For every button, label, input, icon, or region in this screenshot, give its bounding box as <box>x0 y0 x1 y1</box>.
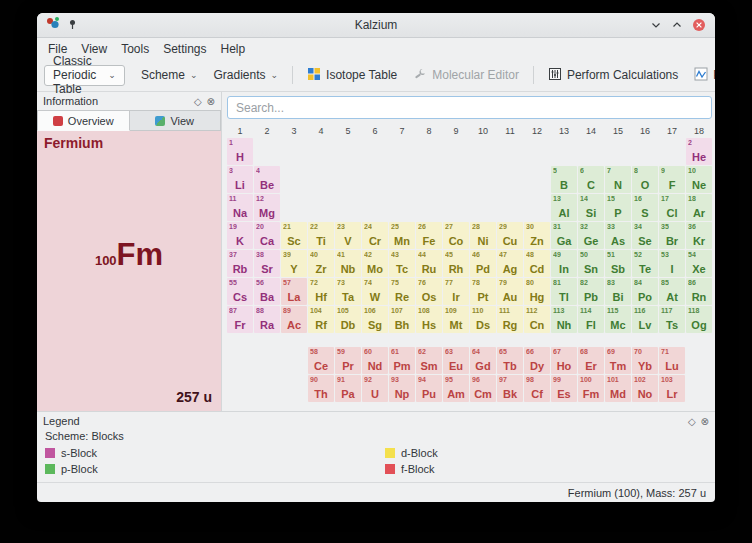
element-cell-sr[interactable]: 38Sr <box>254 250 280 277</box>
element-cell-lr[interactable]: 103Lr <box>659 375 685 402</box>
element-cell-zr[interactable]: 40Zr <box>308 250 334 277</box>
element-cell-ti[interactable]: 22Ti <box>308 222 334 249</box>
element-cell-te[interactable]: 52Te <box>632 250 658 277</box>
element-cell-mg[interactable]: 12Mg <box>254 194 280 221</box>
element-cell-zn[interactable]: 30Zn <box>524 222 550 249</box>
element-cell-pr[interactable]: 59Pr <box>335 347 361 374</box>
isotope-table-button[interactable]: Isotope Table <box>300 64 404 87</box>
element-cell-tm[interactable]: 69Tm <box>605 347 631 374</box>
element-cell-sn[interactable]: 50Sn <box>578 250 604 277</box>
search-input[interactable] <box>227 96 712 119</box>
element-cell-ar[interactable]: 18Ar <box>686 194 712 221</box>
information-panel-header[interactable]: Information ◇ ⊗ <box>37 92 221 110</box>
element-cell-no[interactable]: 102No <box>632 375 658 402</box>
menu-settings[interactable]: Settings <box>156 40 213 58</box>
close-button[interactable] <box>692 18 706 32</box>
element-cell-b[interactable]: 5B <box>551 166 577 193</box>
titlebar[interactable]: Kalzium <box>37 13 715 38</box>
element-cell-p[interactable]: 15P <box>605 194 631 221</box>
element-cell-hf[interactable]: 72Hf <box>308 278 334 305</box>
element-cell-ba[interactable]: 56Ba <box>254 278 280 305</box>
element-cell-fr[interactable]: 87Fr <box>227 306 253 333</box>
element-cell-al[interactable]: 13Al <box>551 194 577 221</box>
element-cell-as[interactable]: 33As <box>605 222 631 249</box>
element-cell-kr[interactable]: 36Kr <box>686 222 712 249</box>
table-type-select[interactable]: Classic Periodic Table ⌄ <box>44 65 125 86</box>
scheme-button[interactable]: Scheme ⌄ <box>134 65 205 85</box>
element-cell-er[interactable]: 68Er <box>578 347 604 374</box>
element-cell-pt[interactable]: 78Pt <box>470 278 496 305</box>
element-cell-cs[interactable]: 55Cs <box>227 278 253 305</box>
element-cell-ag[interactable]: 47Ag <box>497 250 523 277</box>
element-cell-fl[interactable]: 114Fl <box>578 306 604 333</box>
element-cell-ca[interactable]: 20Ca <box>254 222 280 249</box>
element-cell-yb[interactable]: 70Yb <box>632 347 658 374</box>
element-cell-tl[interactable]: 81Tl <box>551 278 577 305</box>
element-cell-sm[interactable]: 62Sm <box>416 347 442 374</box>
tab-view[interactable]: View <box>130 110 222 131</box>
element-cell-fm[interactable]: 100Fm <box>578 375 604 402</box>
element-cell-nd[interactable]: 60Nd <box>362 347 388 374</box>
element-cell-sb[interactable]: 51Sb <box>605 250 631 277</box>
close-panel-icon[interactable]: ⊗ <box>207 96 215 107</box>
element-cell-gd[interactable]: 64Gd <box>470 347 496 374</box>
tab-overview[interactable]: Overview <box>37 110 130 131</box>
element-cell-pa[interactable]: 91Pa <box>335 375 361 402</box>
element-cell-c[interactable]: 6C <box>578 166 604 193</box>
element-cell-at[interactable]: 85At <box>659 278 685 305</box>
element-cell-ne[interactable]: 10Ne <box>686 166 712 193</box>
element-cell-pm[interactable]: 61Pm <box>389 347 415 374</box>
element-cell-fe[interactable]: 26Fe <box>416 222 442 249</box>
element-cell-rn[interactable]: 86Rn <box>686 278 712 305</box>
element-cell-w[interactable]: 74W <box>362 278 388 305</box>
element-cell-th[interactable]: 90Th <box>308 375 334 402</box>
element-cell-be[interactable]: 4Be <box>254 166 280 193</box>
element-cell-tc[interactable]: 43Tc <box>389 250 415 277</box>
element-cell-cu[interactable]: 29Cu <box>497 222 523 249</box>
element-overview[interactable]: Fermium 100Fm 257 u <box>37 131 221 411</box>
element-cell-hs[interactable]: 108Hs <box>416 306 442 333</box>
close-panel-icon[interactable]: ⊗ <box>701 416 709 427</box>
element-cell-cd[interactable]: 48Cd <box>524 250 550 277</box>
element-cell-ni[interactable]: 28Ni <box>470 222 496 249</box>
element-cell-mo[interactable]: 42Mo <box>362 250 388 277</box>
element-cell-am[interactable]: 95Am <box>443 375 469 402</box>
element-cell-y[interactable]: 39Y <box>281 250 307 277</box>
element-cell-dy[interactable]: 66Dy <box>524 347 550 374</box>
element-cell-lu[interactable]: 71Lu <box>659 347 685 374</box>
element-cell-pd[interactable]: 46Pd <box>470 250 496 277</box>
element-cell-cl[interactable]: 17Cl <box>659 194 685 221</box>
element-cell-eu[interactable]: 63Eu <box>443 347 469 374</box>
element-cell-sc[interactable]: 21Sc <box>281 222 307 249</box>
element-cell-v[interactable]: 23V <box>335 222 361 249</box>
element-cell-md[interactable]: 101Md <box>605 375 631 402</box>
element-cell-og[interactable]: 118Og <box>686 306 712 333</box>
element-cell-pu[interactable]: 94Pu <box>416 375 442 402</box>
element-cell-o[interactable]: 8O <box>632 166 658 193</box>
element-cell-ho[interactable]: 67Ho <box>551 347 577 374</box>
element-cell-db[interactable]: 105Db <box>335 306 361 333</box>
element-cell-rg[interactable]: 111Rg <box>497 306 523 333</box>
element-cell-re[interactable]: 75Re <box>389 278 415 305</box>
element-cell-tb[interactable]: 65Tb <box>497 347 523 374</box>
element-cell-rh[interactable]: 45Rh <box>443 250 469 277</box>
menu-help[interactable]: Help <box>214 40 253 58</box>
element-cell-ac[interactable]: 89Ac <box>281 306 307 333</box>
element-cell-ds[interactable]: 110Ds <box>470 306 496 333</box>
element-cell-rb[interactable]: 37Rb <box>227 250 253 277</box>
element-cell-au[interactable]: 79Au <box>497 278 523 305</box>
element-cell-os[interactable]: 76Os <box>416 278 442 305</box>
element-cell-cr[interactable]: 24Cr <box>362 222 388 249</box>
element-cell-ga[interactable]: 31Ga <box>551 222 577 249</box>
element-cell-bk[interactable]: 97Bk <box>497 375 523 402</box>
element-cell-he[interactable]: 2He <box>686 138 712 165</box>
element-cell-ru[interactable]: 44Ru <box>416 250 442 277</box>
element-cell-rf[interactable]: 104Rf <box>308 306 334 333</box>
element-cell-ce[interactable]: 58Ce <box>308 347 334 374</box>
element-cell-nh[interactable]: 113Nh <box>551 306 577 333</box>
perform-calculations-button[interactable]: Perform Calculations <box>541 64 685 87</box>
element-cell-lv[interactable]: 116Lv <box>632 306 658 333</box>
gradients-button[interactable]: Gradients ⌄ <box>206 65 285 85</box>
pin-icon[interactable] <box>67 16 78 34</box>
element-cell-s[interactable]: 16S <box>632 194 658 221</box>
